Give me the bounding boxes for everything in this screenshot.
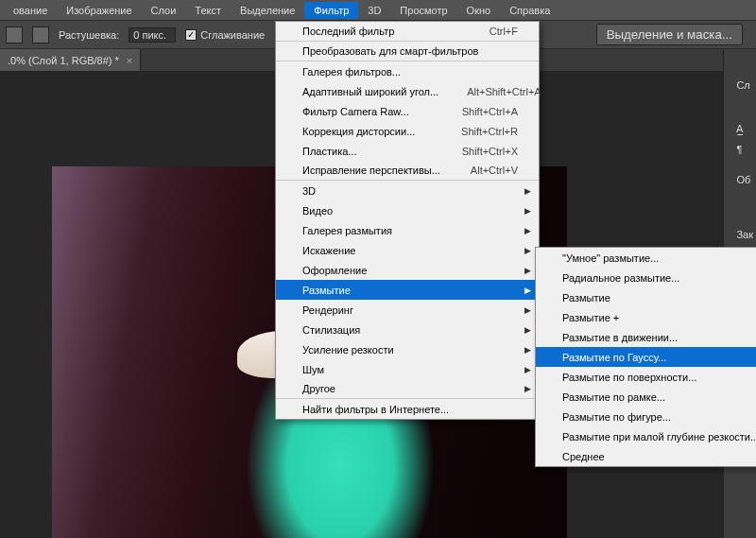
main-menubar: ование Изображение Слои Текст Выделение … (0, 0, 756, 21)
mi-lens-blur[interactable]: Размытие при малой глубине резкости... (536, 426, 756, 446)
select-and-mask-button[interactable]: Выделение и маска... (596, 24, 743, 45)
mi-label: Стилизация (302, 324, 518, 336)
mi-shortcut: Alt+Shift+Ctrl+A (438, 86, 541, 97)
menu-view[interactable]: Просмотр (390, 2, 456, 19)
mi-label: Искажение (302, 245, 518, 256)
mi-shortcut: Shift+Ctrl+R (433, 126, 518, 137)
feather-input[interactable] (129, 27, 176, 43)
mi-label: Пластика... (302, 146, 434, 157)
mi-filter-gallery[interactable]: Галерея фильтров... (276, 61, 539, 81)
mi-shortcut: Ctrl+F (461, 26, 518, 37)
mi-label: 3D (302, 185, 518, 197)
panel-tab-bookmarks[interactable]: Зак (736, 225, 753, 244)
mi-liquify[interactable]: Пластика... Shift+Ctrl+X (276, 141, 539, 161)
mi-smart-blur[interactable]: "Умное" размытие... (536, 248, 756, 268)
blur-submenu: "Умное" размытие... Радиальное размытие.… (535, 247, 756, 467)
mi-label: "Умное" размытие... (562, 252, 756, 264)
antialias-checkbox[interactable]: ✓ Сглаживание (185, 29, 265, 41)
mi-gaussian-blur[interactable]: Размытие по Гауссу... (536, 347, 756, 367)
menu-layer[interactable]: Слои (142, 2, 186, 19)
submenu-arrow-icon: ▶ (524, 384, 531, 393)
selection-add-icon[interactable] (32, 26, 49, 43)
mi-shape-blur[interactable]: Размытие по фигуре... (536, 407, 756, 426)
mi-label: Радиальное размытие... (562, 272, 756, 284)
mi-vanishing-point[interactable]: Исправление перспективы... Alt+Ctrl+V (276, 161, 539, 181)
mi-label: Размытие по Гауссу... (562, 352, 756, 363)
close-icon[interactable]: × (127, 55, 132, 66)
menu-3d[interactable]: 3D (358, 2, 390, 19)
submenu-arrow-icon: ▶ (524, 286, 531, 295)
menu-image[interactable]: Изображение (57, 2, 141, 19)
mi-adaptive-wide-angle[interactable]: Адаптивный широкий угол... Alt+Shift+Ctr… (276, 81, 539, 101)
mi-blur-gallery[interactable]: Галерея размытия▶ (276, 220, 539, 240)
mi-label: Другое (302, 383, 518, 394)
mi-label: Преобразовать для смарт-фильтров (302, 45, 518, 57)
mi-shortcut: Shift+Ctrl+X (434, 146, 518, 157)
submenu-arrow-icon: ▶ (524, 365, 531, 374)
mi-label: Размытие по рамке... (562, 391, 756, 403)
menu-edit[interactable]: ование (4, 2, 57, 19)
mi-camera-raw[interactable]: Фильтр Camera Raw... Shift+Ctrl+A (276, 101, 539, 121)
mi-blur-basic[interactable]: Размытие (536, 287, 756, 307)
mi-browse-online[interactable]: Найти фильтры в Интернете... (276, 399, 539, 419)
mi-render[interactable]: Рендеринг▶ (276, 300, 539, 320)
submenu-arrow-icon: ▶ (524, 226, 531, 235)
menu-help[interactable]: Справка (500, 2, 559, 19)
mi-label: Последний фильтр (302, 26, 461, 37)
mi-label: Размытие по фигуре... (562, 411, 756, 423)
mi-label: Размытие + (562, 312, 756, 323)
menu-window[interactable]: Окно (457, 2, 501, 19)
antialias-label: Сглаживание (200, 29, 265, 41)
mi-label: Адаптивный широкий угол... (302, 86, 438, 97)
submenu-arrow-icon: ▶ (524, 246, 531, 255)
panel-tab-properties[interactable]: Об (736, 170, 753, 189)
mi-label: Размытие в движении... (562, 332, 756, 343)
mi-label: Оформление (302, 265, 518, 276)
mi-label: Коррекция дисторсии... (302, 126, 433, 137)
mi-average[interactable]: Среднее (536, 446, 756, 466)
mi-distort[interactable]: Искажение▶ (276, 240, 539, 260)
mi-radial-blur[interactable]: Радиальное размытие... (536, 268, 756, 287)
mi-motion-blur[interactable]: Размытие в движении... (536, 327, 756, 347)
menu-type[interactable]: Текст (185, 2, 231, 19)
mi-label: Размытие по поверхности... (562, 372, 756, 383)
mi-label: Исправление перспективы... (302, 165, 442, 176)
mi-label: Размытие (562, 292, 756, 304)
document-tab[interactable]: .0% (Слой 1, RGB/8#) * × (0, 49, 141, 71)
checkmark-icon: ✓ (185, 29, 197, 41)
mi-stylize[interactable]: Стилизация▶ (276, 320, 539, 339)
feather-label: Растушевка: (59, 29, 119, 41)
filter-menu: Последний фильтр Ctrl+F Преобразовать дл… (275, 21, 540, 420)
mi-blur[interactable]: Размытие▶ (276, 280, 539, 300)
document-tab-title: .0% (Слой 1, RGB/8#) * (8, 55, 119, 66)
mi-label: Шум (302, 364, 518, 375)
mi-label: Найти фильтры в Интернете... (302, 404, 518, 415)
mi-convert-smart[interactable]: Преобразовать для смарт-фильтров (276, 42, 539, 61)
mi-shortcut: Shift+Ctrl+A (434, 106, 518, 117)
panel-tab-layers[interactable]: Сл (736, 76, 753, 95)
mi-label: Видео (302, 205, 518, 217)
submenu-arrow-icon: ▶ (524, 305, 531, 315)
menu-select[interactable]: Выделение (231, 2, 304, 19)
mi-pixelate[interactable]: Оформление▶ (276, 260, 539, 280)
submenu-arrow-icon: ▶ (524, 345, 531, 355)
mi-label: Размытие (302, 285, 518, 296)
mi-box-blur[interactable]: Размытие по рамке... (536, 387, 756, 407)
submenu-arrow-icon: ▶ (524, 325, 531, 335)
mi-last-filter[interactable]: Последний фильтр Ctrl+F (276, 22, 539, 42)
mi-lens-correction[interactable]: Коррекция дисторсии... Shift+Ctrl+R (276, 121, 539, 141)
mi-surface-blur[interactable]: Размытие по поверхности... (536, 367, 756, 387)
mi-label: Среднее (562, 451, 756, 462)
mi-noise[interactable]: Шум▶ (276, 359, 539, 379)
mi-label: Усиление резкости (302, 344, 518, 356)
selection-new-icon[interactable] (6, 26, 23, 43)
mi-sharpen[interactable]: Усиление резкости▶ (276, 339, 539, 359)
mi-3d[interactable]: 3D▶ (276, 181, 539, 200)
mi-shortcut: Alt+Ctrl+V (442, 165, 518, 176)
mi-video[interactable]: Видео▶ (276, 200, 539, 220)
menu-filter[interactable]: Фильтр (304, 2, 358, 19)
submenu-arrow-icon: ▶ (524, 186, 531, 196)
mi-other[interactable]: Другое▶ (276, 379, 539, 399)
mi-label: Галерея размытия (302, 225, 518, 236)
mi-blur-more[interactable]: Размытие + (536, 307, 756, 327)
